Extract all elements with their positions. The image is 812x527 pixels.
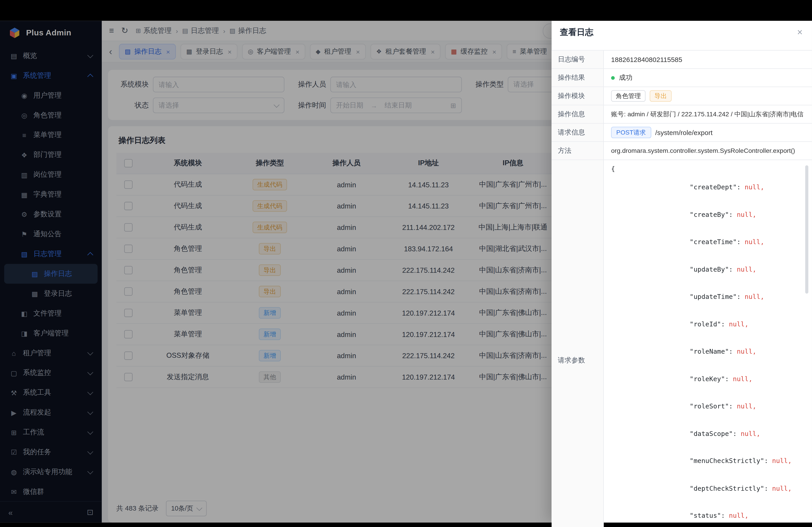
detail-row-result: 操作结果 成功: [551, 69, 812, 87]
detail-label: 方法: [551, 142, 604, 160]
json-line: "deptCheckStrictly": null,: [611, 475, 792, 502]
json-null-value: null,: [741, 430, 760, 437]
json-key: "createDept":: [682, 183, 745, 191]
json-null-value: null,: [729, 512, 749, 520]
drawer-header: 查看日志 ×: [551, 21, 812, 44]
detail-label: 操作结果: [551, 69, 604, 87]
detail-row-info: 操作信息 账号: admin / 研发部门 / 222.175.114.242 …: [551, 105, 812, 123]
request-params-json: { "createDept": null, "createBy": null,: [611, 164, 792, 527]
detail-value-info: 账号: admin / 研发部门 / 222.175.114.242 / 中国|…: [604, 105, 812, 123]
json-key: "updateBy":: [682, 265, 737, 273]
json-key: "status":: [682, 512, 729, 520]
json-line: "status": null,: [611, 502, 792, 527]
json-null-value: null,: [744, 238, 764, 246]
json-line: "dataScope": null,: [611, 420, 792, 447]
export-tag: 导出: [650, 90, 671, 102]
detail-label: 操作模块: [551, 87, 604, 105]
detail-label: 请求信息: [551, 123, 604, 141]
json-key: "dataScope":: [682, 430, 741, 437]
json-key: "roleId":: [682, 320, 729, 328]
detail-label: 操作信息: [551, 105, 604, 123]
success-status-dot: [611, 76, 615, 79]
json-null-value: null,: [737, 265, 756, 273]
json-null-value: null,: [772, 484, 792, 492]
post-method-tag: POST请求: [611, 127, 651, 138]
module-tag: 角色管理: [611, 90, 646, 102]
json-brace: {: [611, 165, 615, 173]
detail-row-log-id: 日志编号 1882612840802115585: [551, 50, 812, 69]
log-detail-table: 日志编号 1882612840802115585 操作结果 成功 操作模块 角色…: [551, 50, 812, 527]
detail-row-method: 方法 org.dromara.system.controller.system.…: [551, 142, 812, 160]
json-line: "roleSort": null,: [611, 392, 792, 420]
json-key: "deptCheckStrictly":: [682, 484, 772, 492]
json-line: "roleKey": null,: [611, 365, 792, 392]
json-line: "roleName": null,: [611, 338, 792, 365]
detail-label: 日志编号: [551, 50, 604, 68]
json-null-value: null,: [737, 211, 756, 219]
json-key: "menuCheckStrictly":: [682, 457, 772, 465]
json-line: "createDept": null,: [611, 174, 792, 201]
json-key: "roleName":: [682, 347, 737, 355]
json-null-value: null,: [737, 402, 756, 410]
json-key: "roleSort":: [682, 402, 737, 410]
detail-label: 请求参数: [551, 160, 604, 527]
detail-value-log-id: 1882612840802115585: [604, 50, 812, 68]
params-scrollbar[interactable]: [805, 165, 808, 293]
json-null-value: null,: [729, 320, 749, 328]
app-window: Plus Admin ▤ 概览 ▣ 系统管理: [0, 21, 812, 523]
json-null-value: null,: [744, 183, 764, 191]
json-key: "createBy":: [682, 211, 737, 219]
json-key: "updateTime":: [682, 292, 745, 300]
detail-value-result: 成功: [619, 73, 633, 82]
detail-row-request: 请求信息 POST请求 /system/role/export: [551, 123, 812, 142]
json-line: "menuCheckStrictly": null,: [611, 447, 792, 475]
detail-row-module: 操作模块 角色管理 导出: [551, 87, 812, 105]
screen: Plus Admin ▤ 概览 ▣ 系统管理: [0, 0, 812, 527]
json-line: "createBy": null,: [611, 201, 792, 228]
json-null-value: null,: [772, 457, 792, 465]
json-key: "roleKey":: [682, 375, 733, 382]
json-key: "createTime":: [682, 238, 745, 246]
json-line: "updateTime": null,: [611, 283, 792, 310]
json-line: "createTime": null,: [611, 228, 792, 255]
detail-row-request-params: 请求参数 { "createDept": null, "createBy": n…: [551, 160, 812, 527]
json-null-value: null,: [737, 347, 756, 355]
view-log-drawer: 查看日志 × 日志编号 1882612840802115585 操作结果 成功 …: [551, 21, 812, 523]
json-line: "updateBy": null,: [611, 256, 792, 283]
json-null-value: null,: [733, 375, 752, 382]
request-path: /system/role/export: [655, 129, 712, 136]
drawer-title: 查看日志: [560, 27, 593, 38]
json-line: "roleId": null,: [611, 311, 792, 338]
json-null-value: null,: [744, 292, 764, 300]
close-icon[interactable]: ×: [797, 28, 802, 37]
detail-value-method: org.dromara.system.controller.system.Sys…: [604, 142, 812, 160]
